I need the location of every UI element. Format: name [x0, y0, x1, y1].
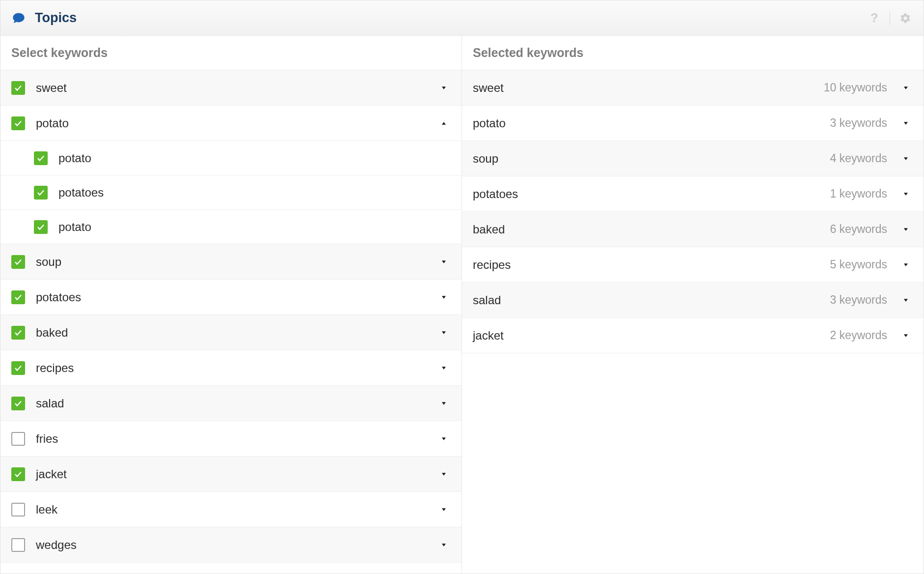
keyword-checkbox[interactable]: [11, 116, 25, 130]
selected-keyword-count: 5 keywords: [830, 258, 887, 271]
keyword-row[interactable]: sweet: [0, 70, 462, 106]
selected-keyword-count: 2 keywords: [830, 329, 887, 342]
keyword-child-label: potato: [58, 220, 451, 234]
selected-keyword-row[interactable]: jacket2 keywords: [462, 318, 924, 353]
chevron-down-icon[interactable]: [437, 81, 451, 95]
keyword-checkbox[interactable]: [34, 220, 48, 234]
selected-keyword-count: 10 keywords: [824, 81, 887, 94]
keyword-row[interactable]: jacket: [0, 457, 462, 492]
selected-keyword-count: 3 keywords: [830, 116, 887, 130]
selected-keyword-count: 4 keywords: [830, 152, 887, 165]
keyword-checkbox[interactable]: [11, 467, 25, 481]
keyword-label: recipes: [36, 361, 437, 375]
keyword-child-label: potato: [58, 151, 451, 165]
keyword-checkbox[interactable]: [11, 81, 25, 95]
keyword-label: wedges: [36, 538, 437, 552]
chevron-down-icon[interactable]: [899, 223, 913, 236]
keyword-row[interactable]: fries: [0, 421, 462, 457]
selected-keyword-row[interactable]: salad3 keywords: [462, 283, 924, 318]
keyword-row[interactable]: soup: [0, 244, 462, 280]
selected-keyword-row[interactable]: potatoes1 keywords: [462, 176, 924, 212]
selected-keyword-count: 6 keywords: [830, 223, 887, 236]
chevron-down-icon[interactable]: [437, 432, 451, 446]
select-keywords-list: sweetpotatopotatopotatoespotatosouppotat…: [0, 70, 462, 574]
chevron-down-icon[interactable]: [899, 152, 913, 166]
keyword-checkbox[interactable]: [34, 186, 48, 200]
selected-keyword-count: 1 keywords: [830, 187, 887, 201]
select-keywords-column: Select keywords sweetpotatopotatopotatoe…: [0, 36, 462, 574]
chevron-down-icon[interactable]: [437, 503, 451, 517]
chevron-down-icon[interactable]: [437, 361, 451, 375]
keyword-checkbox[interactable]: [11, 290, 25, 304]
keyword-row[interactable]: wedges: [0, 527, 462, 563]
selected-keyword-label: jacket: [473, 329, 830, 343]
selected-keyword-row[interactable]: potato3 keywords: [462, 106, 924, 141]
keyword-row[interactable]: recipes: [0, 350, 462, 386]
select-keywords-heading: Select keywords: [0, 36, 462, 70]
selected-keyword-row[interactable]: recipes5 keywords: [462, 247, 924, 283]
keyword-checkbox[interactable]: [11, 326, 25, 340]
keyword-label: leek: [36, 503, 437, 517]
chevron-down-icon[interactable]: [437, 255, 451, 269]
chevron-down-icon[interactable]: [899, 293, 913, 307]
chevron-down-icon[interactable]: [437, 326, 451, 340]
selected-keywords-column: Selected keywords sweet10 keywordspotato…: [462, 36, 924, 574]
selected-keyword-row[interactable]: baked6 keywords: [462, 212, 924, 247]
keyword-child-row[interactable]: potato: [0, 210, 462, 244]
selected-keyword-label: baked: [473, 223, 830, 236]
keyword-checkbox[interactable]: [11, 432, 25, 446]
header-divider: [890, 11, 890, 25]
keyword-checkbox[interactable]: [11, 538, 25, 552]
keyword-label: soup: [36, 255, 437, 269]
keyword-row[interactable]: leek: [0, 492, 462, 527]
chevron-down-icon[interactable]: [899, 329, 913, 343]
keyword-label: baked: [36, 326, 437, 340]
selected-keyword-count: 3 keywords: [830, 293, 887, 307]
selected-keyword-row[interactable]: sweet10 keywords: [462, 70, 924, 106]
keyword-row[interactable]: baked: [0, 315, 462, 350]
panel-title: Topics: [35, 10, 77, 26]
selected-keyword-label: soup: [473, 152, 830, 166]
chevron-down-icon[interactable]: [899, 116, 913, 130]
keyword-checkbox[interactable]: [11, 361, 25, 375]
keyword-checkbox[interactable]: [11, 397, 25, 410]
chevron-down-icon[interactable]: [899, 187, 913, 201]
selected-keyword-label: sweet: [473, 81, 824, 95]
keyword-child-row[interactable]: potatoes: [0, 175, 462, 210]
keyword-label: jacket: [36, 467, 437, 481]
keyword-label: sweet: [36, 81, 437, 95]
panel-header: Topics ?: [0, 0, 924, 36]
chevron-down-icon[interactable]: [899, 258, 913, 272]
chevron-up-icon[interactable]: [437, 116, 451, 130]
keyword-child-label: potatoes: [58, 186, 451, 200]
chevron-down-icon[interactable]: [437, 397, 451, 410]
settings-icon[interactable]: [898, 11, 913, 26]
topics-panel: Topics ? Select keywords sweetpotatopota…: [0, 0, 924, 574]
keyword-checkbox[interactable]: [11, 255, 25, 269]
selected-keyword-label: potato: [473, 116, 830, 130]
keyword-row[interactable]: potatoes: [0, 280, 462, 315]
keyword-child-row[interactable]: potato: [0, 141, 462, 175]
chevron-down-icon[interactable]: [899, 81, 913, 95]
columns: Select keywords sweetpotatopotatopotatoe…: [0, 36, 924, 574]
chevron-down-icon[interactable]: [437, 290, 451, 304]
keyword-checkbox[interactable]: [34, 151, 48, 165]
chevron-down-icon[interactable]: [437, 467, 451, 481]
chat-icon: [11, 11, 26, 26]
selected-keyword-row[interactable]: soup4 keywords: [462, 141, 924, 176]
keyword-label: potatoes: [36, 290, 437, 304]
selected-keywords-heading: Selected keywords: [462, 36, 924, 70]
selected-keyword-label: potatoes: [473, 187, 830, 201]
chevron-down-icon[interactable]: [437, 538, 451, 552]
keyword-label: fries: [36, 432, 437, 446]
keyword-label: potato: [36, 116, 437, 130]
help-icon[interactable]: ?: [867, 11, 882, 26]
keyword-checkbox[interactable]: [11, 503, 25, 517]
selected-keyword-label: salad: [473, 293, 830, 307]
keyword-label: salad: [36, 397, 437, 410]
selected-keyword-label: recipes: [473, 258, 830, 272]
keyword-row[interactable]: potato: [0, 106, 462, 141]
selected-keywords-list: sweet10 keywordspotato3 keywordssoup4 ke…: [462, 70, 924, 574]
keyword-row[interactable]: salad: [0, 386, 462, 421]
